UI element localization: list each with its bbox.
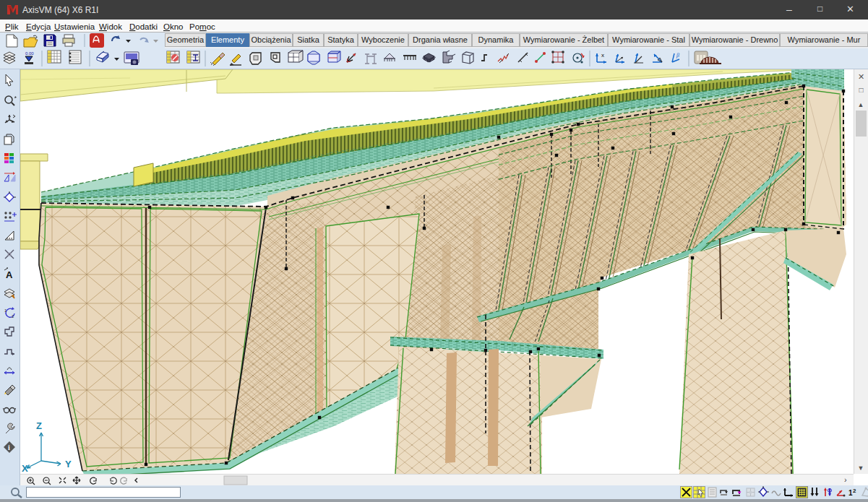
svg-text:0.00: 0.00 [25,51,34,56]
svg-text:A: A [6,269,13,280]
svg-text:i: i [8,443,10,451]
svg-text:Y: Y [65,459,72,469]
svg-text:x: x [601,52,604,59]
svg-text:β: β [676,52,679,59]
svg-text:X: X [22,463,28,474]
svg-text:Z: Z [36,420,42,431]
svg-text:2: 2 [853,488,856,494]
